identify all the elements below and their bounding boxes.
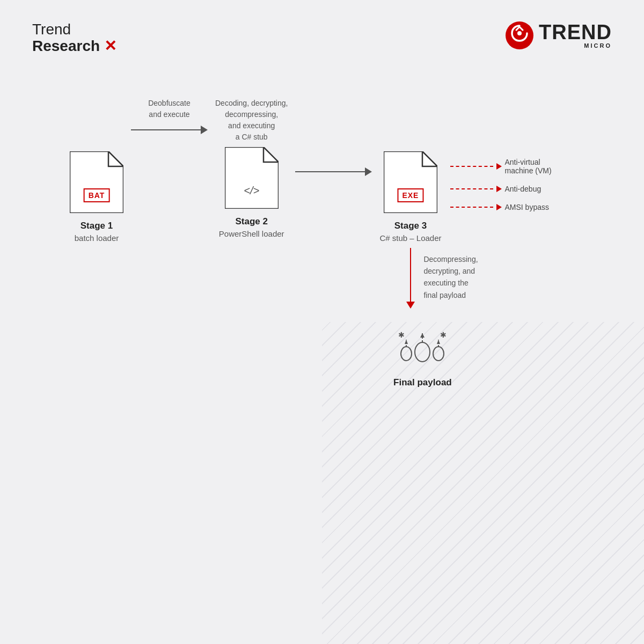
logo-research-row: Research ✕ bbox=[32, 38, 116, 55]
stage3-title: Stage 3 bbox=[394, 221, 427, 231]
vertical-section: Decompressing, decrypting, and executing… bbox=[406, 248, 478, 309]
svg-point-5 bbox=[415, 342, 430, 362]
trend-word: TREND bbox=[539, 22, 612, 42]
header: Trend Research ✕ TREND MICRO bbox=[32, 21, 612, 55]
dashed-label-2: Anti-debug bbox=[505, 185, 541, 193]
logo-research-text: Research bbox=[32, 38, 100, 55]
arrow1-line bbox=[131, 129, 201, 130]
arrow2-graphic bbox=[295, 167, 372, 176]
vert-line bbox=[410, 248, 411, 302]
stage3-file-svg bbox=[384, 151, 437, 213]
stage2-annotation: Decoding, decrypting, decompressing, and… bbox=[215, 98, 288, 143]
dashed-label-3: AMSI bypass bbox=[505, 203, 549, 211]
arrow1-head bbox=[201, 126, 208, 134]
dashed-arrows: Anti-virtualmachine (VM) Anti-debug bbox=[450, 158, 552, 211]
trend-micro-logo: TREND MICRO bbox=[506, 21, 612, 49]
svg-marker-7 bbox=[420, 333, 425, 338]
svg-marker-3 bbox=[225, 147, 279, 209]
dashed-line-2 bbox=[450, 188, 493, 189]
vertical-arrow bbox=[406, 248, 415, 309]
dashed-head-2 bbox=[496, 186, 502, 192]
dashed-line-1 bbox=[450, 166, 493, 167]
dashed-row-2: Anti-debug bbox=[450, 185, 552, 193]
dashed-head-3 bbox=[496, 204, 502, 210]
page-container: Trend Research ✕ TREND MICRO bbox=[0, 0, 644, 644]
final-payload-title: Final payload bbox=[390, 377, 455, 388]
payload-icon-svg: ✱ ✱ bbox=[393, 317, 452, 371]
stage1-col: BAT Stage 1 batch loader bbox=[70, 151, 123, 243]
dashed-line-3 bbox=[450, 207, 493, 208]
trend-micro-text: TREND MICRO bbox=[539, 22, 612, 49]
svg-point-1 bbox=[517, 31, 522, 35]
stage2-title: Stage 2 bbox=[235, 216, 267, 227]
svg-marker-4 bbox=[384, 151, 437, 213]
stage3-section: EXE Stage 3 C# stub – Loader Anti-virtua… bbox=[379, 98, 551, 388]
svg-point-11 bbox=[433, 347, 444, 361]
trend-micro-icon bbox=[506, 21, 533, 49]
stage1-subtitle: batch loader bbox=[75, 233, 119, 243]
svg-marker-13 bbox=[437, 340, 440, 344]
diagram-main: BAT Stage 1 batch loader Deobfuscate and… bbox=[32, 98, 612, 388]
stage2-subtitle: PowerShell loader bbox=[219, 229, 284, 238]
dashed-row-1: Anti-virtualmachine (VM) bbox=[450, 158, 552, 175]
final-payload-section: ✱ ✱ Final payload bbox=[390, 317, 455, 388]
stage3-file-icon: EXE bbox=[384, 151, 437, 213]
dashed-head-1 bbox=[496, 163, 502, 170]
stage2-file-label: </> bbox=[244, 185, 259, 197]
stage3-subtitle: C# stub – Loader bbox=[379, 233, 441, 243]
svg-point-8 bbox=[401, 347, 412, 361]
stage2-col: Decoding, decrypting, decompressing, and… bbox=[215, 98, 288, 238]
svg-text:✱: ✱ bbox=[440, 331, 447, 339]
dashed-row-3: AMSI bypass bbox=[450, 203, 552, 211]
arrow1-container: Deobfuscate and execute bbox=[131, 98, 208, 164]
arrow2-head bbox=[365, 167, 372, 176]
logo-trend-text: Trend bbox=[32, 21, 116, 38]
svg-marker-2 bbox=[70, 151, 123, 213]
stage1-title: Stage 1 bbox=[80, 221, 113, 231]
vert-arrow-head bbox=[406, 302, 415, 309]
flow-row: BAT Stage 1 batch loader Deobfuscate and… bbox=[54, 98, 590, 388]
stage1-file-icon: BAT bbox=[70, 151, 123, 213]
stage1-file-svg bbox=[70, 151, 123, 213]
logo-x-icon: ✕ bbox=[104, 38, 116, 55]
trend-research-logo: Trend Research ✕ bbox=[32, 21, 116, 55]
micro-word: MICRO bbox=[584, 42, 612, 49]
stage2-file-icon: </> bbox=[225, 147, 279, 209]
stage3-and-dashed: EXE Stage 3 C# stub – Loader Anti-virtua… bbox=[379, 98, 551, 243]
svg-marker-10 bbox=[405, 340, 408, 344]
stage3-file-label: EXE bbox=[397, 188, 423, 202]
stage1-file-label: BAT bbox=[84, 188, 110, 202]
stage2-file-svg bbox=[225, 147, 279, 209]
arrow1-label: Deobfuscate and execute bbox=[148, 98, 191, 120]
stage3-col: EXE Stage 3 C# stub – Loader bbox=[379, 151, 441, 243]
dashed-label-1: Anti-virtualmachine (VM) bbox=[505, 158, 552, 175]
arrow2-line bbox=[295, 171, 365, 172]
arrow1-graphic bbox=[131, 126, 208, 134]
svg-text:✱: ✱ bbox=[398, 331, 405, 339]
vert-annotation: Decompressing, decrypting, and executing… bbox=[423, 253, 478, 302]
arrow2-container bbox=[295, 98, 372, 206]
